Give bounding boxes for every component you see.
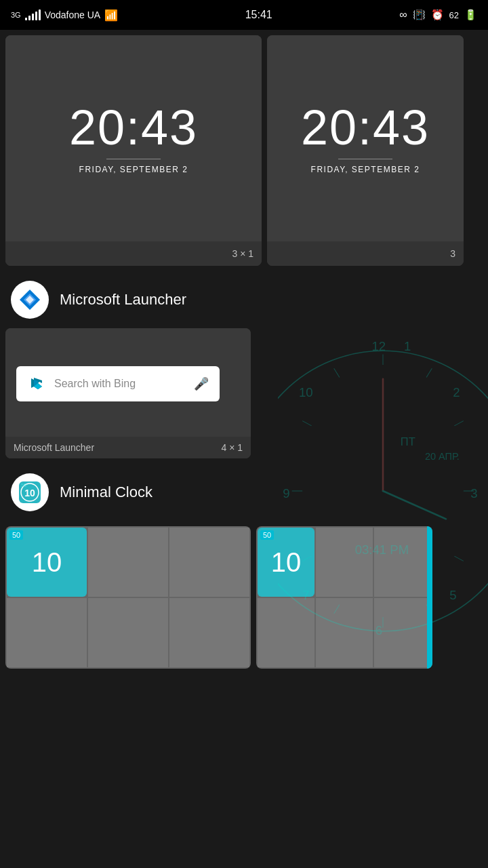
vibrate-icon: 📳 <box>413 9 426 21</box>
status-bar: 3G Vodafone UA 📶 15:41 ∞ 📳 ⏰ 62 🔋 <box>0 0 488 30</box>
signal-bars <box>25 9 41 20</box>
svg-line-2 <box>426 368 432 377</box>
svg-line-23 <box>383 491 446 519</box>
clock-cell-5 <box>88 598 168 667</box>
top-widgets-row: 20:43 FRIDAY, SEPTEMBER 2 3 × 1 20:43 FR… <box>0 30 488 271</box>
wifi-icon: 📶 <box>104 9 118 22</box>
svg-line-12 <box>334 368 340 377</box>
svg-line-3 <box>454 421 463 426</box>
ms-launcher-widget-size: 4 × 1 <box>221 442 243 453</box>
svg-text:50: 50 <box>21 483 26 488</box>
clock-cell-3 <box>169 528 249 597</box>
svg-text:12: 12 <box>371 339 386 353</box>
ms-launcher-icon <box>18 288 41 311</box>
svg-text:10: 10 <box>24 488 35 498</box>
teal-accent <box>427 526 432 669</box>
svg-text:6: 6 <box>375 623 382 637</box>
right-clock-divider <box>338 159 392 159</box>
status-right: ∞ 📳 ⏰ 62 🔋 <box>399 9 477 21</box>
infinity-icon: ∞ <box>399 9 407 21</box>
clock-badge: 50 <box>9 530 23 540</box>
ms-launcher-app-name: Microsoft Launcher <box>60 291 186 309</box>
status-left: 3G Vodafone UA 📶 <box>11 9 118 22</box>
main-content: 12 2 3 5 6 7 9 10 1 20 АПР. 03:41 PM ПТ … <box>0 30 488 868</box>
clock-number: 10 <box>32 547 62 578</box>
clock-cell-4 <box>7 598 87 667</box>
minimal-clock-icon-circle: 10 50 <box>11 473 49 511</box>
svg-text:9: 9 <box>283 486 289 500</box>
alarm-icon: ⏰ <box>431 9 444 21</box>
left-clock-widget[interactable]: 20:43 FRIDAY, SEPTEMBER 2 3 × 1 <box>5 35 262 266</box>
bing-logo-icon <box>27 374 46 393</box>
svg-line-9 <box>302 556 311 561</box>
svg-line-11 <box>302 421 311 426</box>
clock-cell-2 <box>88 528 168 597</box>
svg-line-8 <box>334 604 340 613</box>
network-type: 3G <box>11 11 21 19</box>
left-clock-time: 20:43 <box>69 103 198 152</box>
svg-text:03:41 PM: 03:41 PM <box>355 542 409 557</box>
svg-text:1: 1 <box>404 339 411 353</box>
svg-text:7: 7 <box>302 588 309 602</box>
ms-launcher-widget-body: Search with Bing 🎤 <box>5 328 251 437</box>
microphone-icon[interactable]: 🎤 <box>194 376 209 391</box>
ms-launcher-widget-name: Microsoft Launcher <box>14 442 94 453</box>
svg-text:3: 3 <box>470 486 477 500</box>
svg-text:20 АПР.: 20 АПР. <box>425 451 460 462</box>
right-clock-time: 20:43 <box>301 103 430 152</box>
ms-launcher-icon-circle <box>11 281 49 319</box>
minimal-clock-app-name: Minimal Clock <box>60 484 152 501</box>
svg-text:10: 10 <box>299 385 313 399</box>
battery-level: 62 <box>449 10 459 20</box>
svg-line-5 <box>454 556 463 561</box>
ms-launcher-widget-footer: Microsoft Launcher 4 × 1 <box>5 437 251 458</box>
analog-clock-background: 12 2 3 5 6 7 9 10 1 20 АПР. 03:41 PM ПТ <box>278 254 488 728</box>
ms-launcher-widget[interactable]: Search with Bing 🎤 Microsoft Launcher 4 … <box>5 328 251 458</box>
right-clock-date: FRIDAY, SEPTEMBER 2 <box>311 165 420 174</box>
bing-search-placeholder[interactable]: Search with Bing <box>54 378 186 390</box>
carrier-name: Vodafone UA <box>45 9 101 20</box>
clock-cell-main: 50 10 <box>7 528 87 597</box>
clock-badge-right: 50 <box>260 530 274 540</box>
left-clock-body: 20:43 FRIDAY, SEPTEMBER 2 <box>5 35 262 241</box>
left-clock-divider <box>106 159 161 159</box>
bing-search-bar[interactable]: Search with Bing 🎤 <box>16 366 220 401</box>
right-clock-body: 20:43 FRIDAY, SEPTEMBER 2 <box>267 35 464 241</box>
svg-text:2: 2 <box>453 385 460 399</box>
left-clock-size: 3 × 1 <box>232 248 253 259</box>
left-clock-date: FRIDAY, SEPTEMBER 2 <box>79 165 188 174</box>
clock-cell-6 <box>169 598 249 667</box>
svg-text:5: 5 <box>449 588 456 602</box>
minimal-clock-widget-left[interactable]: 50 10 <box>5 526 251 669</box>
battery-icon: 🔋 <box>464 9 477 21</box>
right-clock-widget[interactable]: 20:43 FRIDAY, SEPTEMBER 2 3 <box>267 35 464 266</box>
minimal-clock-icon: 10 50 <box>18 480 42 505</box>
left-clock-footer: 3 × 1 <box>5 241 262 266</box>
status-time: 15:41 <box>245 9 272 21</box>
svg-text:ПТ: ПТ <box>401 435 415 448</box>
